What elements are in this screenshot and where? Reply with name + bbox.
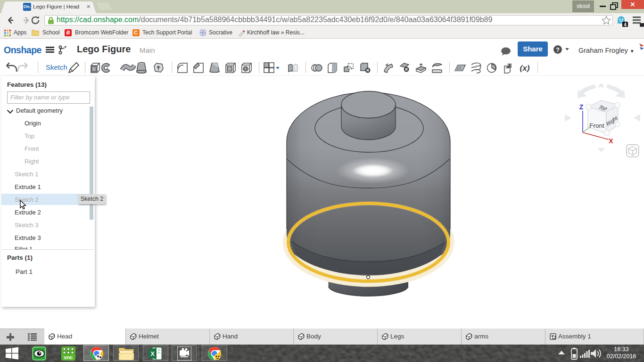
svg-text:?: ? <box>556 46 560 53</box>
svg-text:Front: Front <box>589 122 604 129</box>
svg-text:vnc: vnc <box>64 354 73 360</box>
svg-text:X: X <box>150 351 154 357</box>
svg-text:Z: Z <box>579 103 584 111</box>
svg-text:X: X <box>609 137 613 145</box>
svg-text:(x): (x) <box>520 64 530 73</box>
